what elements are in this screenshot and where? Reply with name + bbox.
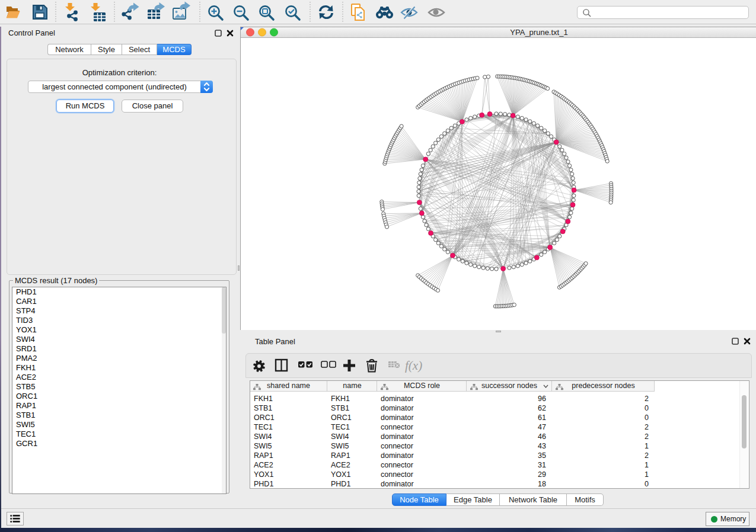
svg-text:f(x): f(x) — [405, 358, 422, 373]
